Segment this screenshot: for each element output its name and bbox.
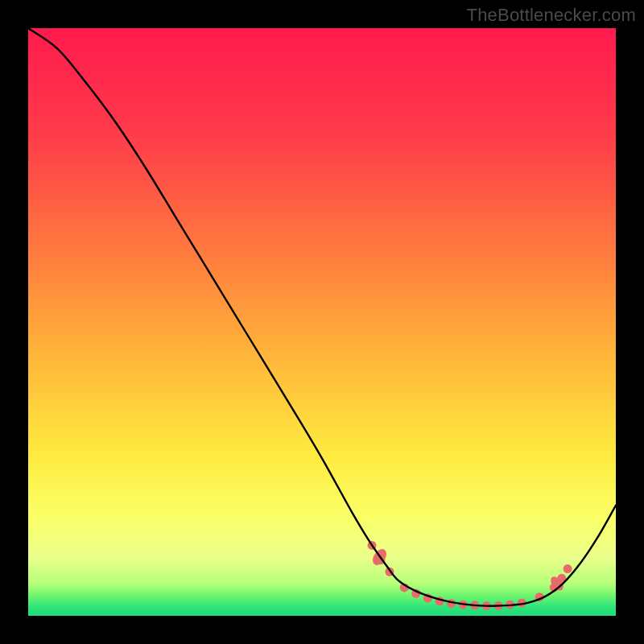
highlight-dot [564,564,572,573]
watermark-text: TheBottlenecker.com [467,5,636,26]
bottleneck-curve [28,28,616,606]
curve-layer [28,28,616,616]
highlight-markers-big [369,547,566,592]
chart-frame: TheBottlenecker.com [0,0,644,644]
highlight-markers [368,541,572,610]
